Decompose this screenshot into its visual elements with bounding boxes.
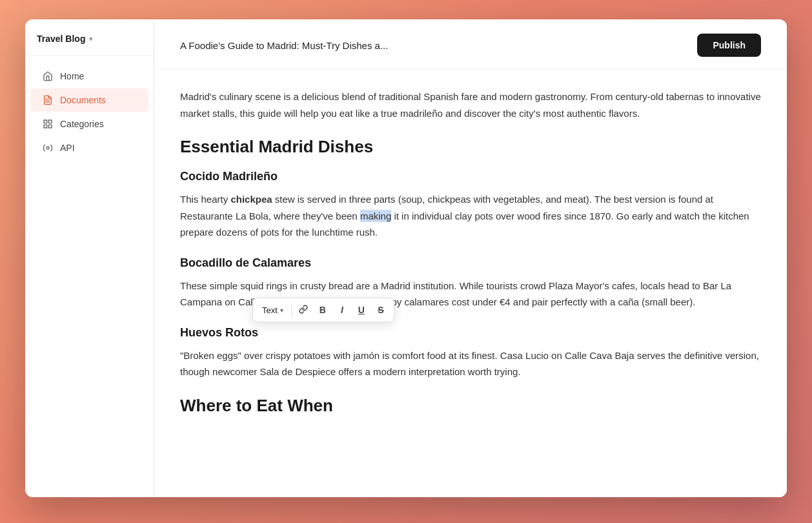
underline-icon: U (358, 305, 365, 315)
dish1-heading: Cocido Madrileño (180, 170, 761, 183)
bold-icon: B (320, 305, 326, 315)
sidebar-item-label: API (60, 143, 75, 153)
dish3-paragraph: "Broken eggs" over crispy potatoes with … (180, 347, 761, 380)
dish2-heading: Bocadillo de Calamares (180, 256, 761, 270)
intro-paragraph: Madrid's culinary scene is a delicious b… (180, 88, 761, 121)
section2-heading: Where to Eat When (180, 396, 761, 416)
home-icon (42, 70, 54, 82)
floating-toolbar: Text ▾ B I (252, 298, 394, 322)
doc-title: A Foodie's Guide to Madrid: Must-Try Dis… (180, 40, 388, 51)
chevron-down-icon: ▾ (280, 307, 283, 314)
text-style-label: Text (262, 305, 278, 315)
dish1-paragraph: This hearty chickpea stew is served in t… (180, 191, 761, 241)
sidebar-item-home[interactable]: Home (30, 65, 148, 88)
editor-area[interactable]: Madrid's culinary scene is a delicious b… (154, 69, 787, 497)
publish-button[interactable]: Publish (697, 34, 761, 57)
chevron-down-icon: ▾ (89, 35, 93, 43)
strikethrough-button[interactable]: S (372, 301, 390, 319)
main-content: A Foodie's Guide to Madrid: Must-Try Dis… (154, 19, 787, 497)
api-icon (42, 142, 54, 154)
document-icon (42, 94, 54, 106)
italic-icon: I (341, 305, 343, 315)
dish1-highlighted-word: making (360, 210, 391, 222)
sidebar: Travel Blog ▾ Home (25, 19, 154, 497)
doc-header: A Foodie's Guide to Madrid: Must-Try Dis… (154, 19, 787, 69)
dish1-text-prefix: This hearty (180, 194, 230, 205)
dish1-bold-text: chickpea (230, 194, 272, 205)
bold-button[interactable]: B (314, 301, 332, 319)
text-style-button[interactable]: Text ▾ (257, 302, 289, 318)
categories-icon (42, 118, 54, 130)
section1-heading: Essential Madrid Dishes (180, 137, 761, 157)
underline-button[interactable]: U (352, 301, 370, 319)
sidebar-item-label: Documents (60, 95, 106, 105)
svg-rect-2 (44, 120, 47, 123)
svg-rect-5 (44, 125, 47, 128)
toolbar-divider (291, 303, 292, 316)
italic-button[interactable]: I (333, 301, 351, 319)
svg-rect-4 (48, 125, 52, 128)
sidebar-item-label: Home (60, 71, 84, 81)
app-window: Travel Blog ▾ Home (25, 19, 787, 497)
svg-rect-3 (48, 120, 52, 123)
sidebar-item-api[interactable]: API (30, 136, 148, 159)
sidebar-nav: Home Documents (25, 56, 154, 168)
strikethrough-icon: S (378, 305, 383, 315)
sidebar-item-label: Categories (60, 119, 104, 129)
sidebar-item-documents[interactable]: Documents (30, 88, 148, 112)
link-icon (299, 305, 308, 316)
dish3-heading: Huevos Rotos (180, 326, 761, 340)
sidebar-brand[interactable]: Travel Blog ▾ (25, 19, 154, 56)
link-button[interactable] (294, 301, 312, 319)
sidebar-item-categories[interactable]: Categories (30, 112, 148, 136)
brand-name: Travel Blog (37, 34, 85, 44)
svg-point-6 (46, 147, 49, 149)
